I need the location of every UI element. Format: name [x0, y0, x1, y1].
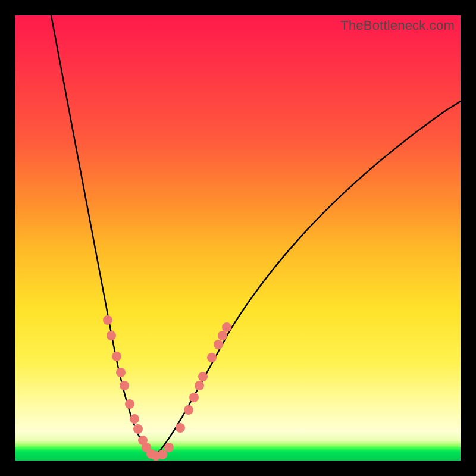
data-dot [184, 405, 193, 415]
data-dot [222, 322, 231, 332]
data-dot [195, 381, 204, 390]
data-dot [214, 340, 223, 349]
data-dot [107, 331, 116, 340]
data-dot [176, 423, 185, 433]
data-dot [125, 399, 134, 409]
data-dot [103, 315, 112, 325]
data-dot [198, 372, 208, 381]
data-dot [133, 424, 143, 434]
chart-svg [15, 15, 461, 461]
data-dot [120, 381, 129, 390]
dot-layer [103, 315, 231, 461]
data-dot [218, 331, 227, 340]
data-dot [158, 450, 167, 459]
data-dot [112, 352, 121, 361]
data-dot [116, 368, 126, 377]
data-dot [130, 414, 139, 424]
data-dot [164, 443, 174, 452]
chart-frame: TheBottleneck.com [0, 0, 476, 476]
data-dot [189, 393, 199, 402]
data-dot [207, 353, 217, 362]
v-curve [51, 15, 461, 457]
plot-area: TheBottleneck.com [15, 15, 461, 461]
